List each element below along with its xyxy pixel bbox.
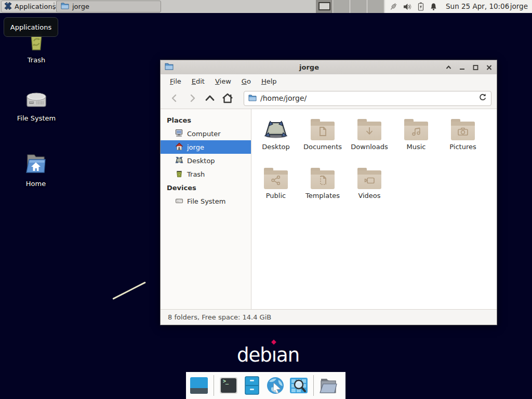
file-tile-pictures[interactable]: Pictures bbox=[440, 115, 486, 160]
menu-edit[interactable]: Edit bbox=[187, 75, 210, 87]
folder-icon bbox=[311, 170, 335, 189]
status-text: 8 folders, Free space: 14.4 GiB bbox=[168, 313, 271, 321]
menu-go[interactable]: Go bbox=[236, 75, 256, 87]
notification-bell-icon[interactable] bbox=[430, 3, 437, 11]
desktop-icon-filesystem[interactable]: File System bbox=[5, 87, 68, 122]
sidebar-item-label: File System bbox=[187, 197, 225, 205]
desktop-icon-label: File System bbox=[5, 114, 68, 122]
desktop-icon-label: Trash bbox=[5, 56, 68, 64]
terminal-prompt-text: >_ bbox=[223, 378, 228, 384]
dock-separator bbox=[313, 375, 314, 396]
folder-icon bbox=[264, 170, 288, 189]
user-home-icon bbox=[175, 142, 183, 152]
file-tile-templates[interactable]: Templates bbox=[299, 164, 346, 209]
forward-button[interactable] bbox=[183, 90, 201, 106]
top-panel: Applications jorge Sun 25 Apr, 10:06 jor… bbox=[0, 0, 532, 13]
sidebar-item-computer[interactable]: Computer bbox=[161, 127, 251, 140]
applications-menu-button[interactable]: Applications bbox=[1, 1, 60, 12]
sidebar-header-places: Places bbox=[161, 113, 251, 127]
workspace-switcher[interactable] bbox=[316, 0, 384, 13]
download-arrow-icon bbox=[364, 126, 375, 137]
show-desktop-icon[interactable] bbox=[189, 375, 209, 396]
workspace-3[interactable] bbox=[350, 0, 367, 13]
workspace-1[interactable] bbox=[316, 0, 333, 13]
debian-wallpaper-logo: debıan bbox=[237, 344, 299, 366]
file-tile-documents[interactable]: Documents bbox=[299, 115, 346, 160]
terminal-icon[interactable]: >_ bbox=[219, 375, 238, 396]
panel-clock[interactable]: Sun 25 Apr, 10:06 bbox=[446, 0, 509, 13]
bottom-dock: >_ bbox=[186, 372, 345, 399]
path-input[interactable]: /home/jorge/ bbox=[260, 94, 475, 102]
files-view[interactable]: Desktop Documents Downloads Music bbox=[251, 109, 497, 309]
minimize-button[interactable] bbox=[458, 64, 466, 71]
path-folder-icon bbox=[248, 94, 257, 103]
file-tile-videos[interactable]: Videos bbox=[346, 164, 393, 209]
reload-icon[interactable] bbox=[478, 93, 487, 103]
audio-volume-icon[interactable] bbox=[403, 3, 412, 11]
app-finder-icon[interactable] bbox=[289, 375, 309, 396]
sidebar-item-filesystem[interactable]: File System bbox=[161, 194, 251, 208]
close-button[interactable] bbox=[485, 64, 493, 71]
music-notes-icon bbox=[411, 126, 421, 137]
document-glyph-icon bbox=[317, 126, 328, 137]
workspace-2[interactable] bbox=[333, 0, 350, 13]
share-nodes-icon bbox=[271, 175, 281, 185]
filesystem-drive-icon bbox=[5, 87, 68, 112]
battery-charging-icon[interactable] bbox=[417, 2, 424, 11]
maximize-button[interactable] bbox=[472, 64, 479, 71]
taskbar-window-button[interactable]: jorge bbox=[56, 1, 161, 12]
file-tile-downloads[interactable]: Downloads bbox=[346, 115, 393, 160]
template-doc-icon bbox=[317, 175, 328, 185]
sidebar-header-devices: Devices bbox=[161, 181, 251, 194]
computer-icon bbox=[175, 129, 183, 139]
file-tile-desktop[interactable]: Desktop bbox=[252, 115, 299, 160]
status-bar: 8 folders, Free space: 14.4 GiB bbox=[161, 309, 497, 325]
panel-handle[interactable] bbox=[54, 3, 55, 10]
folder-icon bbox=[357, 122, 381, 140]
file-label: Desktop bbox=[262, 143, 290, 151]
logo-text: ı bbox=[272, 344, 276, 366]
trash-icon bbox=[175, 169, 183, 179]
desktop-icon-label: Home bbox=[5, 180, 67, 188]
menu-view[interactable]: View bbox=[210, 75, 236, 87]
sidebar-item-jorge[interactable]: jorge bbox=[161, 140, 251, 154]
panel-username[interactable]: jorge bbox=[510, 0, 528, 13]
desktop-special-icon bbox=[263, 115, 288, 140]
directory-menu-icon[interactable] bbox=[318, 375, 338, 396]
home-button[interactable] bbox=[219, 90, 236, 106]
system-tray bbox=[389, 0, 437, 13]
window-titlebar[interactable]: jorge bbox=[161, 60, 497, 74]
window-folder-icon bbox=[165, 62, 174, 72]
tooltip-text: Applications bbox=[10, 23, 51, 31]
up-button[interactable] bbox=[201, 90, 219, 106]
shade-button[interactable] bbox=[445, 64, 452, 71]
workspace-4[interactable] bbox=[367, 0, 384, 13]
sidebar-item-label: jorge bbox=[187, 143, 204, 151]
file-tile-music[interactable]: Music bbox=[393, 115, 440, 160]
web-browser-icon[interactable] bbox=[265, 375, 285, 396]
workspace-window-preview bbox=[318, 2, 330, 10]
logo-text: deb bbox=[237, 344, 272, 366]
file-label: Music bbox=[407, 143, 426, 151]
folder-icon bbox=[311, 122, 335, 140]
home-folder-icon bbox=[5, 151, 67, 178]
file-label: Videos bbox=[358, 192, 380, 200]
folder-icon bbox=[451, 122, 475, 140]
power-plug-icon[interactable] bbox=[389, 2, 398, 11]
stray-line-artifact bbox=[112, 282, 146, 300]
sidebar-item-desktop[interactable]: Desktop bbox=[161, 154, 251, 167]
desktop-icon-home[interactable]: Home bbox=[5, 151, 67, 188]
location-bar[interactable]: /home/jorge/ bbox=[244, 91, 491, 106]
sidebar-item-trash[interactable]: Trash bbox=[161, 167, 251, 181]
drive-icon bbox=[175, 196, 183, 206]
menu-help[interactable]: Help bbox=[256, 75, 282, 87]
xfce-applications-icon bbox=[4, 2, 12, 11]
logo-text: an bbox=[276, 344, 299, 366]
file-cabinet-icon[interactable] bbox=[242, 375, 262, 396]
sidebar-item-label: Trash bbox=[187, 170, 205, 178]
menu-file[interactable]: File bbox=[165, 75, 187, 87]
back-button[interactable] bbox=[166, 90, 183, 106]
blue-folder-icon bbox=[61, 2, 69, 11]
file-tile-public[interactable]: Public bbox=[252, 164, 299, 209]
file-label: Documents bbox=[303, 143, 342, 151]
